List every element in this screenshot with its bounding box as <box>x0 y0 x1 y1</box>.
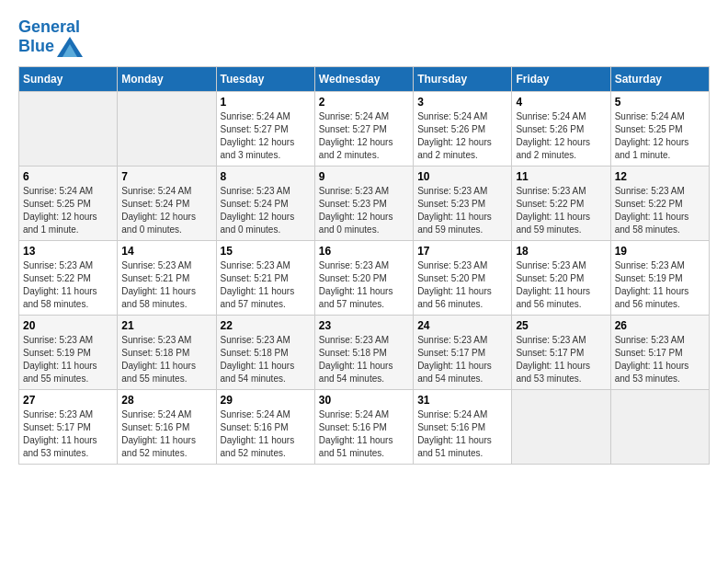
day-number: 22 <box>221 319 311 332</box>
calendar-cell: 9Sunrise: 5:23 AM Sunset: 5:23 PM Daylig… <box>314 166 413 240</box>
day-info: Sunrise: 5:23 AM Sunset: 5:17 PM Dayligh… <box>417 334 507 385</box>
calendar-cell <box>118 91 216 166</box>
day-number: 6 <box>23 170 113 183</box>
day-number: 1 <box>221 96 311 109</box>
day-number: 31 <box>417 394 507 407</box>
calendar-cell <box>19 91 118 166</box>
calendar-cell: 21Sunrise: 5:23 AM Sunset: 5:18 PM Dayli… <box>118 315 216 389</box>
calendar-cell: 15Sunrise: 5:23 AM Sunset: 5:21 PM Dayli… <box>216 240 314 315</box>
calendar-cell: 2Sunrise: 5:24 AM Sunset: 5:27 PM Daylig… <box>314 91 413 166</box>
calendar-cell: 20Sunrise: 5:23 AM Sunset: 5:19 PM Dayli… <box>19 315 118 389</box>
day-info: Sunrise: 5:24 AM Sunset: 5:16 PM Dayligh… <box>121 408 211 460</box>
day-info: Sunrise: 5:23 AM Sunset: 5:23 PM Dayligh… <box>417 185 507 236</box>
day-info: Sunrise: 5:23 AM Sunset: 5:20 PM Dayligh… <box>417 259 507 311</box>
calendar-body: 1Sunrise: 5:24 AM Sunset: 5:27 PM Daylig… <box>19 91 710 464</box>
calendar-week-row: 13Sunrise: 5:23 AM Sunset: 5:22 PM Dayli… <box>19 240 710 315</box>
calendar-cell <box>610 389 709 464</box>
day-info: Sunrise: 5:23 AM Sunset: 5:18 PM Dayligh… <box>121 334 211 385</box>
day-number: 13 <box>23 245 113 258</box>
calendar-cell: 31Sunrise: 5:24 AM Sunset: 5:16 PM Dayli… <box>414 389 512 464</box>
weekday-header: Wednesday <box>314 66 413 91</box>
day-info: Sunrise: 5:23 AM Sunset: 5:19 PM Dayligh… <box>615 259 705 311</box>
calendar-cell: 11Sunrise: 5:23 AM Sunset: 5:22 PM Dayli… <box>512 166 610 240</box>
day-number: 8 <box>221 170 311 183</box>
weekday-header: Thursday <box>414 66 512 91</box>
weekday-header: Monday <box>118 66 216 91</box>
day-info: Sunrise: 5:24 AM Sunset: 5:16 PM Dayligh… <box>319 408 409 460</box>
calendar-week-row: 27Sunrise: 5:23 AM Sunset: 5:17 PM Dayli… <box>19 389 710 464</box>
logo-icon <box>57 37 83 57</box>
day-number: 16 <box>319 245 409 258</box>
day-number: 21 <box>121 319 211 332</box>
day-info: Sunrise: 5:23 AM Sunset: 5:17 PM Dayligh… <box>615 334 705 385</box>
day-number: 4 <box>516 96 606 109</box>
day-number: 24 <box>417 319 507 332</box>
logo: General Blue <box>18 18 83 57</box>
day-number: 18 <box>516 245 606 258</box>
day-info: Sunrise: 5:24 AM Sunset: 5:25 PM Dayligh… <box>23 185 113 236</box>
calendar-cell: 26Sunrise: 5:23 AM Sunset: 5:17 PM Dayli… <box>610 315 709 389</box>
day-number: 14 <box>121 245 211 258</box>
calendar-cell: 28Sunrise: 5:24 AM Sunset: 5:16 PM Dayli… <box>118 389 216 464</box>
day-info: Sunrise: 5:23 AM Sunset: 5:24 PM Dayligh… <box>221 185 311 236</box>
calendar-cell: 16Sunrise: 5:23 AM Sunset: 5:20 PM Dayli… <box>314 240 413 315</box>
day-info: Sunrise: 5:23 AM Sunset: 5:22 PM Dayligh… <box>615 185 705 236</box>
calendar-week-row: 20Sunrise: 5:23 AM Sunset: 5:19 PM Dayli… <box>19 315 710 389</box>
day-number: 11 <box>516 170 606 183</box>
day-number: 20 <box>23 319 113 332</box>
day-number: 26 <box>615 319 705 332</box>
day-number: 10 <box>417 170 507 183</box>
day-number: 9 <box>319 170 409 183</box>
day-number: 23 <box>319 319 409 332</box>
day-number: 30 <box>319 394 409 407</box>
calendar-cell: 5Sunrise: 5:24 AM Sunset: 5:25 PM Daylig… <box>610 91 709 166</box>
calendar-cell: 12Sunrise: 5:23 AM Sunset: 5:22 PM Dayli… <box>610 166 709 240</box>
day-info: Sunrise: 5:23 AM Sunset: 5:22 PM Dayligh… <box>23 259 113 311</box>
calendar-week-row: 6Sunrise: 5:24 AM Sunset: 5:25 PM Daylig… <box>19 166 710 240</box>
day-info: Sunrise: 5:23 AM Sunset: 5:23 PM Dayligh… <box>319 185 409 236</box>
day-info: Sunrise: 5:23 AM Sunset: 5:18 PM Dayligh… <box>319 334 409 385</box>
calendar-cell: 24Sunrise: 5:23 AM Sunset: 5:17 PM Dayli… <box>414 315 512 389</box>
day-info: Sunrise: 5:23 AM Sunset: 5:21 PM Dayligh… <box>221 259 311 311</box>
calendar-cell: 6Sunrise: 5:24 AM Sunset: 5:25 PM Daylig… <box>19 166 118 240</box>
day-info: Sunrise: 5:23 AM Sunset: 5:22 PM Dayligh… <box>516 185 606 236</box>
day-info: Sunrise: 5:23 AM Sunset: 5:17 PM Dayligh… <box>23 408 113 460</box>
day-info: Sunrise: 5:24 AM Sunset: 5:16 PM Dayligh… <box>417 408 507 460</box>
calendar-table: SundayMondayTuesdayWednesdayThursdayFrid… <box>18 66 710 465</box>
calendar-cell: 10Sunrise: 5:23 AM Sunset: 5:23 PM Dayli… <box>414 166 512 240</box>
logo-blue: Blue <box>18 37 54 55</box>
weekday-header: Saturday <box>610 66 709 91</box>
calendar-cell: 29Sunrise: 5:24 AM Sunset: 5:16 PM Dayli… <box>216 389 314 464</box>
calendar-cell: 14Sunrise: 5:23 AM Sunset: 5:21 PM Dayli… <box>118 240 216 315</box>
calendar-cell: 3Sunrise: 5:24 AM Sunset: 5:26 PM Daylig… <box>414 91 512 166</box>
day-info: Sunrise: 5:24 AM Sunset: 5:27 PM Dayligh… <box>221 110 311 162</box>
calendar-cell: 13Sunrise: 5:23 AM Sunset: 5:22 PM Dayli… <box>19 240 118 315</box>
calendar-cell: 19Sunrise: 5:23 AM Sunset: 5:19 PM Dayli… <box>610 240 709 315</box>
calendar-header: SundayMondayTuesdayWednesdayThursdayFrid… <box>19 66 710 91</box>
weekday-header: Sunday <box>19 66 118 91</box>
logo-general: General <box>18 17 80 36</box>
day-info: Sunrise: 5:24 AM Sunset: 5:25 PM Dayligh… <box>615 110 705 162</box>
calendar-cell: 7Sunrise: 5:24 AM Sunset: 5:24 PM Daylig… <box>118 166 216 240</box>
page-header: General Blue <box>18 18 710 57</box>
calendar-cell: 18Sunrise: 5:23 AM Sunset: 5:20 PM Dayli… <box>512 240 610 315</box>
day-info: Sunrise: 5:23 AM Sunset: 5:21 PM Dayligh… <box>121 259 211 311</box>
day-info: Sunrise: 5:24 AM Sunset: 5:24 PM Dayligh… <box>121 185 211 236</box>
day-number: 27 <box>23 394 113 407</box>
day-info: Sunrise: 5:23 AM Sunset: 5:19 PM Dayligh… <box>23 334 113 385</box>
day-info: Sunrise: 5:24 AM Sunset: 5:26 PM Dayligh… <box>417 110 507 162</box>
day-info: Sunrise: 5:23 AM Sunset: 5:20 PM Dayligh… <box>516 259 606 311</box>
weekday-header: Friday <box>512 66 610 91</box>
calendar-cell: 4Sunrise: 5:24 AM Sunset: 5:26 PM Daylig… <box>512 91 610 166</box>
weekday-header: Tuesday <box>216 66 314 91</box>
day-number: 25 <box>516 319 606 332</box>
day-number: 5 <box>615 96 705 109</box>
calendar-cell: 27Sunrise: 5:23 AM Sunset: 5:17 PM Dayli… <box>19 389 118 464</box>
calendar-cell <box>512 389 610 464</box>
day-number: 12 <box>615 170 705 183</box>
calendar-cell: 8Sunrise: 5:23 AM Sunset: 5:24 PM Daylig… <box>216 166 314 240</box>
calendar-week-row: 1Sunrise: 5:24 AM Sunset: 5:27 PM Daylig… <box>19 91 710 166</box>
day-number: 28 <box>121 394 211 407</box>
calendar-cell: 25Sunrise: 5:23 AM Sunset: 5:17 PM Dayli… <box>512 315 610 389</box>
day-number: 29 <box>221 394 311 407</box>
